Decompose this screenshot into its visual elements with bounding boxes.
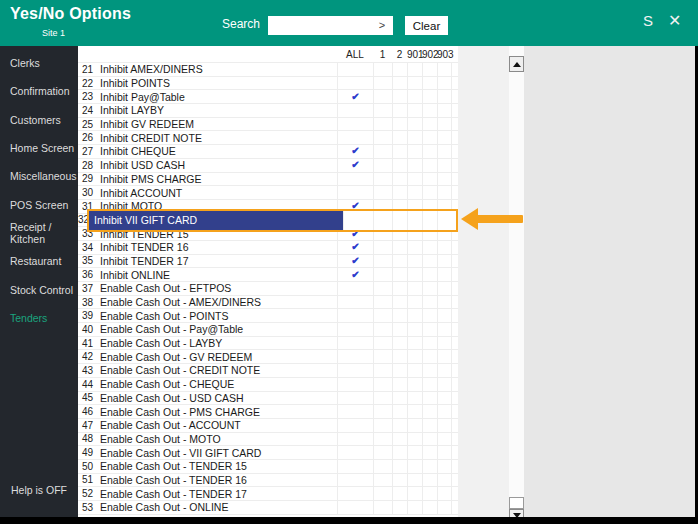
vertical-scrollbar[interactable] [509, 46, 524, 517]
check-cell-903[interactable] [437, 63, 452, 76]
check-cell-2[interactable] [392, 268, 407, 281]
check-cell-902[interactable] [422, 460, 437, 473]
check-cell-901[interactable] [407, 460, 422, 473]
check-cell-2[interactable] [392, 104, 407, 117]
check-cell-903[interactable] [437, 405, 452, 418]
table-row[interactable]: 35Inhibit TENDER 17✔ [78, 255, 458, 269]
check-cell-1[interactable] [373, 419, 392, 432]
check-cell-901[interactable] [407, 77, 422, 90]
table-row[interactable]: 48Enable Cash Out - MOTO [78, 433, 458, 447]
table-row[interactable]: 36Inhibit ONLINE✔ [78, 268, 458, 282]
check-cell-2[interactable] [392, 282, 407, 295]
check-cell-901[interactable] [407, 241, 422, 254]
sidebar-item-receipt-kitchen[interactable]: Receipt / Kitchen [0, 219, 78, 247]
check-cell-902[interactable] [422, 309, 437, 322]
check-cell-1[interactable] [373, 104, 392, 117]
sidebar-item-customers[interactable]: Customers [0, 106, 78, 134]
check-cell-901[interactable] [407, 446, 422, 459]
check-cell-903[interactable] [437, 268, 452, 281]
check-cell-all[interactable] [337, 501, 373, 514]
check-cell-903[interactable] [437, 364, 452, 377]
check-cell-901[interactable] [407, 419, 422, 432]
check-cell-903[interactable] [437, 118, 452, 131]
check-cell-1[interactable] [373, 159, 392, 172]
check-cell-901[interactable] [407, 323, 422, 336]
check-cell-902[interactable] [422, 145, 437, 158]
check-cell-902[interactable] [422, 241, 437, 254]
selected-check-cell-903[interactable] [437, 211, 451, 230]
table-row[interactable]: 46Enable Cash Out - PMS CHARGE [78, 405, 458, 419]
check-cell-all[interactable]: ✔ [337, 255, 373, 268]
check-cell-902[interactable] [422, 378, 437, 391]
check-cell-all[interactable] [337, 378, 373, 391]
check-cell-901[interactable] [407, 392, 422, 405]
check-cell-all[interactable] [337, 446, 373, 459]
table-row[interactable]: 47Enable Cash Out - ACCOUNT [78, 419, 458, 433]
check-cell-1[interactable] [373, 446, 392, 459]
check-cell-903[interactable] [437, 186, 452, 199]
check-cell-all[interactable] [337, 131, 373, 144]
check-cell-2[interactable] [392, 405, 407, 418]
check-cell-901[interactable] [407, 90, 422, 103]
table-row[interactable]: 43Enable Cash Out - CREDIT NOTE [78, 364, 458, 378]
check-cell-2[interactable] [392, 460, 407, 473]
check-cell-2[interactable] [392, 131, 407, 144]
check-cell-902[interactable] [422, 255, 437, 268]
check-cell-1[interactable] [373, 405, 392, 418]
s-button[interactable]: S [643, 12, 653, 29]
check-cell-902[interactable] [422, 77, 437, 90]
check-cell-903[interactable] [437, 255, 452, 268]
check-cell-1[interactable] [373, 474, 392, 487]
check-cell-901[interactable] [407, 405, 422, 418]
check-cell-903[interactable] [437, 433, 452, 446]
table-row[interactable]: 24Inhibit LAYBY [78, 104, 458, 118]
check-cell-1[interactable] [373, 309, 392, 322]
check-cell-901[interactable] [407, 474, 422, 487]
check-cell-1[interactable] [373, 63, 392, 76]
check-cell-2[interactable] [392, 323, 407, 336]
sidebar-item-stock-control[interactable]: Stock Control [0, 275, 78, 303]
check-cell-902[interactable] [422, 118, 437, 131]
check-cell-903[interactable] [437, 173, 452, 186]
check-cell-902[interactable] [422, 131, 437, 144]
check-cell-2[interactable] [392, 392, 407, 405]
check-cell-903[interactable] [437, 419, 452, 432]
check-cell-901[interactable] [407, 268, 422, 281]
check-cell-1[interactable] [373, 118, 392, 131]
check-cell-2[interactable] [392, 186, 407, 199]
check-cell-all[interactable] [337, 63, 373, 76]
check-cell-903[interactable] [437, 131, 452, 144]
check-cell-903[interactable] [437, 296, 452, 309]
check-cell-901[interactable] [407, 364, 422, 377]
sidebar-item-home-screen[interactable]: Home Screen [0, 134, 78, 162]
check-cell-903[interactable] [437, 337, 452, 350]
table-row[interactable]: 32Inhibit VII GIFT CARDInhibit VII GIFT … [78, 214, 458, 228]
selected-check-cell-901[interactable] [407, 211, 422, 230]
sidebar-item-restaurant[interactable]: Restaurant [0, 247, 78, 275]
sidebar-item-confirmation[interactable]: Confirmation [0, 77, 78, 105]
check-cell-1[interactable] [373, 350, 392, 363]
check-cell-903[interactable] [437, 487, 452, 500]
check-cell-902[interactable] [422, 433, 437, 446]
check-cell-all[interactable] [337, 487, 373, 500]
check-cell-1[interactable] [373, 378, 392, 391]
check-cell-901[interactable] [407, 433, 422, 446]
check-cell-all[interactable] [337, 337, 373, 350]
check-cell-all[interactable] [337, 118, 373, 131]
check-cell-903[interactable] [437, 392, 452, 405]
table-row[interactable]: 50Enable Cash Out - TENDER 15 [78, 460, 458, 474]
table-row[interactable]: 38Enable Cash Out - AMEX/DINERS [78, 296, 458, 310]
check-cell-all[interactable] [337, 77, 373, 90]
check-cell-901[interactable] [407, 145, 422, 158]
check-cell-903[interactable] [437, 90, 452, 103]
sidebar-item-pos-screen[interactable]: POS Screen [0, 190, 78, 218]
check-cell-2[interactable] [392, 337, 407, 350]
check-cell-1[interactable] [373, 268, 392, 281]
table-row[interactable]: 22Inhibit POINTS [78, 77, 458, 91]
check-cell-901[interactable] [407, 487, 422, 500]
check-cell-901[interactable] [407, 296, 422, 309]
check-cell-901[interactable] [407, 378, 422, 391]
check-cell-903[interactable] [437, 282, 452, 295]
check-cell-2[interactable] [392, 77, 407, 90]
check-cell-2[interactable] [392, 350, 407, 363]
